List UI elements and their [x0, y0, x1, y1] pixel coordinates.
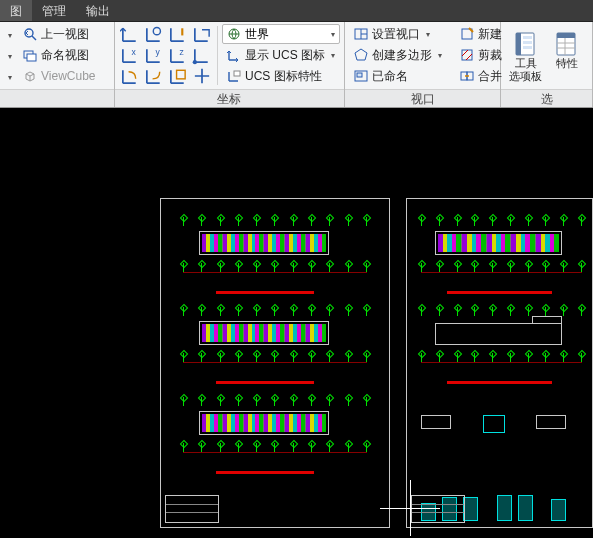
- viewport-set-icon: [354, 27, 368, 41]
- panel-viewport-title[interactable]: 视口: [345, 89, 500, 107]
- viewport-merge-label: 合并: [478, 68, 502, 85]
- floorplan-row-1: [161, 213, 389, 303]
- ucs-icon-11[interactable]: [167, 66, 189, 86]
- tool-palette-label-2: 选项板: [509, 70, 542, 83]
- svg-rect-27: [557, 33, 575, 38]
- svg-line-1: [32, 36, 36, 40]
- ucs-icon-2[interactable]: [143, 24, 165, 44]
- prev-view-button[interactable]: 上一视图: [18, 24, 100, 44]
- named-view-button[interactable]: 命名视图: [18, 45, 100, 65]
- properties-palette-button[interactable]: 特性: [547, 24, 589, 87]
- ucs-icon-5[interactable]: x: [119, 45, 141, 65]
- viewport-new-button[interactable]: 新建: [455, 24, 507, 44]
- properties-icon: [554, 31, 580, 57]
- panel-navigation-title: [0, 89, 114, 107]
- set-viewport-label: 设置视口: [372, 26, 420, 43]
- svg-text:z: z: [179, 47, 183, 57]
- panel-coordinates-title[interactable]: 坐标: [115, 89, 344, 107]
- floorplan-row-b2: [407, 303, 592, 393]
- svg-point-4: [153, 28, 160, 35]
- clip-icon: [460, 48, 474, 62]
- svg-rect-22: [516, 33, 521, 55]
- ribbon-tab-view[interactable]: 图: [0, 0, 32, 21]
- named-view-label: 命名视图: [41, 47, 89, 64]
- create-polygon-button[interactable]: 创建多边形: [349, 45, 447, 65]
- ucs-icon-10[interactable]: [143, 66, 165, 86]
- panel-navigation: ▾ ▾ ▾ 上一视图 命名视图 ViewCube: [0, 22, 115, 107]
- elevation-outline: [435, 323, 562, 345]
- ribbon-tab-output[interactable]: 输出: [76, 0, 120, 21]
- floorplan-row-b1: [407, 213, 592, 303]
- polygon-icon: [354, 48, 368, 62]
- create-polygon-label: 创建多边形: [372, 47, 432, 64]
- show-ucs-icon-button[interactable]: 显示 UCS 图标: [222, 45, 340, 65]
- viewcube-icon: [23, 69, 37, 83]
- ucs-icon-4[interactable]: [191, 24, 213, 44]
- ucs-icon-1[interactable]: [119, 24, 141, 44]
- ucs-icon-props-button[interactable]: UCS 图标特性: [222, 66, 340, 86]
- ucs-icon-9[interactable]: [119, 66, 141, 86]
- svg-rect-16: [357, 73, 362, 77]
- tool-palette-label-1: 工具: [515, 57, 537, 70]
- panel-viewport: 设置视口 创建多边形 已命名 新建 剪裁: [345, 22, 501, 107]
- layout-sheet-1: [160, 198, 390, 528]
- globe-icon: [227, 27, 241, 41]
- drawing-canvas[interactable]: [0, 108, 593, 538]
- ucs-world-combo[interactable]: 世界 ▾: [222, 24, 340, 44]
- svg-rect-25: [523, 46, 532, 49]
- svg-point-8: [193, 60, 197, 64]
- magnifier-back-icon: [23, 27, 37, 41]
- ucs-icon-props-label: UCS 图标特性: [245, 68, 322, 85]
- crosshair-vertical: [410, 480, 411, 536]
- ucs-icon-12[interactable]: [191, 66, 213, 86]
- show-ucs-icon-label: 显示 UCS 图标: [245, 47, 325, 64]
- properties-label: 特性: [556, 57, 578, 70]
- ucs-icon-7[interactable]: z: [167, 45, 189, 65]
- ucs-props-icon: [227, 69, 241, 83]
- named-view-icon: [23, 48, 37, 62]
- nav-dropdown-3[interactable]: ▾: [4, 68, 16, 86]
- layout-sheet-2: [406, 198, 593, 528]
- viewcube-button[interactable]: ViewCube: [18, 66, 100, 86]
- title-block-1: [165, 495, 219, 523]
- nav-dropdown-1[interactable]: ▾: [4, 26, 16, 44]
- svg-rect-23: [523, 36, 532, 39]
- panel-palettes: 工具 选项板 特性 选: [501, 22, 593, 107]
- ucs-icon-8[interactable]: [191, 45, 213, 65]
- nav-dropdown-2[interactable]: ▾: [4, 47, 16, 65]
- svg-text:y: y: [155, 47, 160, 57]
- ucs-world-label: 世界: [245, 26, 269, 43]
- panel-palettes-title[interactable]: 选: [501, 89, 592, 107]
- panel-coordinates: x y z 世界 ▾: [115, 22, 345, 107]
- new-icon: [460, 27, 474, 41]
- named-viewport-icon: [354, 69, 368, 83]
- named-viewport-button[interactable]: 已命名: [349, 66, 447, 86]
- svg-rect-24: [523, 41, 532, 44]
- svg-rect-9: [177, 70, 186, 79]
- ucs-show-icon: [227, 48, 241, 62]
- tool-palette-icon: [513, 31, 539, 57]
- viewport-cut-label: 剪裁: [478, 47, 502, 64]
- title-block-2: [411, 495, 465, 523]
- ribbon-tabstrip: 图 管理 输出: [0, 0, 593, 22]
- merge-icon: [460, 69, 474, 83]
- viewport-new-label: 新建: [478, 26, 502, 43]
- svg-rect-11: [234, 71, 240, 76]
- detail-row: [421, 415, 566, 433]
- viewport-merge-button[interactable]: 合并: [455, 66, 507, 86]
- viewcube-label: ViewCube: [41, 69, 95, 83]
- floorplan-row-2: [161, 303, 389, 393]
- floorplan-row-3: [161, 393, 389, 483]
- svg-rect-3: [27, 54, 36, 61]
- chevron-down-icon: ▾: [331, 30, 335, 39]
- viewport-cut-button[interactable]: 剪裁: [455, 45, 507, 65]
- ucs-icon-3[interactable]: [167, 24, 189, 44]
- ribbon-tab-manage[interactable]: 管理: [32, 0, 76, 21]
- prev-view-label: 上一视图: [41, 26, 89, 43]
- set-viewport-button[interactable]: 设置视口: [349, 24, 447, 44]
- named-viewport-label: 已命名: [372, 68, 408, 85]
- svg-text:x: x: [131, 47, 136, 57]
- tool-palette-button[interactable]: 工具 选项板: [505, 24, 547, 87]
- ucs-icon-6[interactable]: y: [143, 45, 165, 65]
- ribbon: ▾ ▾ ▾ 上一视图 命名视图 ViewCube: [0, 22, 593, 108]
